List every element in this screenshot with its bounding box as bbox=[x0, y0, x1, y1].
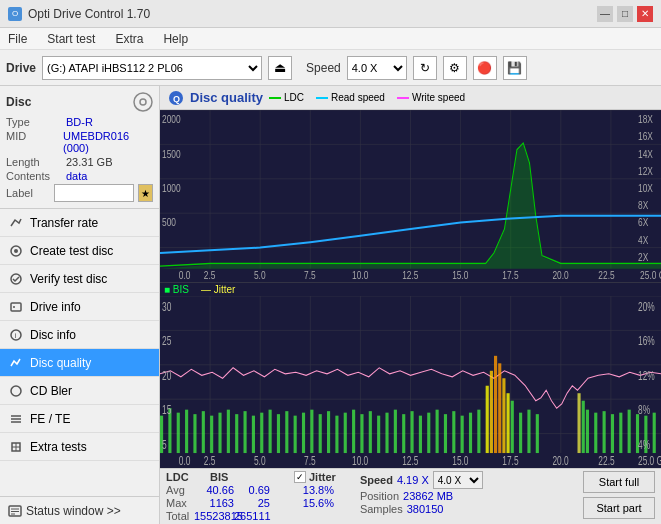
svg-text:18X: 18X bbox=[638, 113, 653, 125]
type-label: Type bbox=[6, 116, 62, 128]
content-area: Q Disc quality LDC Read speed Write spee… bbox=[160, 86, 661, 524]
svg-rect-130 bbox=[628, 410, 631, 453]
cd-bler-icon bbox=[8, 383, 24, 399]
svg-rect-96 bbox=[344, 413, 347, 453]
settings-button1[interactable]: ⚙ bbox=[443, 56, 467, 80]
toolbar: Drive (G:) ATAPI iHBS112 2 PL06 ⏏ Speed … bbox=[0, 50, 661, 86]
disc-label-row: Label ★ bbox=[6, 184, 153, 202]
top-chart: 2000 1500 1000 500 18X 16X 14X 12X 10X 8… bbox=[160, 110, 661, 282]
svg-text:8X: 8X bbox=[638, 199, 649, 211]
svg-rect-128 bbox=[611, 414, 614, 453]
svg-rect-125 bbox=[586, 410, 589, 453]
nav-item-verify-test-disc[interactable]: Verify test disc bbox=[0, 265, 159, 293]
mid-label: MID bbox=[6, 130, 59, 154]
svg-rect-117 bbox=[502, 378, 505, 453]
nav-item-disc-quality[interactable]: Disc quality bbox=[0, 349, 159, 377]
label-input[interactable] bbox=[54, 184, 134, 202]
status-window-label: Status window >> bbox=[26, 504, 121, 518]
svg-rect-5 bbox=[11, 303, 21, 311]
svg-rect-94 bbox=[327, 411, 330, 453]
start-full-button[interactable]: Start full bbox=[583, 471, 655, 493]
svg-text:12X: 12X bbox=[638, 165, 653, 177]
svg-text:5: 5 bbox=[162, 438, 167, 451]
svg-rect-80 bbox=[210, 416, 213, 453]
bottom-chart: 30 25 20 15 5 20% 16% 12% 8% 4% 0.0 2.5 … bbox=[160, 296, 661, 468]
jitter-header: Jitter bbox=[309, 471, 336, 483]
svg-text:25: 25 bbox=[162, 335, 171, 348]
svg-rect-106 bbox=[427, 413, 430, 453]
svg-text:1000: 1000 bbox=[162, 182, 181, 194]
max-ldc-value: 1163 bbox=[194, 497, 234, 509]
speed-select[interactable]: 4.0 X bbox=[347, 56, 407, 80]
nav-item-extra-tests[interactable]: Extra tests bbox=[0, 433, 159, 461]
extra-tests-icon bbox=[8, 439, 24, 455]
bottom-chart-legend: ■ BIS — Jitter bbox=[160, 282, 661, 296]
svg-rect-129 bbox=[619, 413, 622, 453]
speed-dropdown[interactable]: 4.0 X bbox=[433, 471, 483, 489]
menu-extra[interactable]: Extra bbox=[111, 30, 147, 48]
status-window[interactable]: Status window >> bbox=[0, 496, 159, 524]
svg-text:2X: 2X bbox=[638, 251, 649, 263]
svg-rect-124 bbox=[582, 401, 585, 453]
disc-panel-title: Disc bbox=[6, 95, 31, 109]
svg-rect-116 bbox=[498, 363, 501, 453]
svg-rect-114 bbox=[490, 371, 493, 453]
read-speed-legend-dot bbox=[316, 97, 328, 99]
minimize-button[interactable]: — bbox=[597, 6, 613, 22]
svg-text:2.5: 2.5 bbox=[204, 455, 216, 468]
stats-bar: LDC BIS Avg 40.66 0.69 Max 1163 25 Total… bbox=[160, 468, 661, 524]
sidebar: Disc Type BD-R MID UMEBDR016 (000) Lengt… bbox=[0, 86, 160, 524]
nav-item-disc-info[interactable]: i Disc info bbox=[0, 321, 159, 349]
maximize-button[interactable]: □ bbox=[617, 6, 633, 22]
nav-item-transfer-rate[interactable]: Transfer rate bbox=[0, 209, 159, 237]
refresh-button[interactable]: ↻ bbox=[413, 56, 437, 80]
titlebar: O Opti Drive Control 1.70 — □ ✕ bbox=[0, 0, 661, 28]
jitter-checkbox[interactable]: ✓ bbox=[294, 471, 306, 483]
eject-button[interactable]: ⏏ bbox=[268, 56, 292, 80]
bis-legend-label: ■ BIS bbox=[164, 284, 189, 295]
read-speed-legend-label: Read speed bbox=[331, 92, 385, 103]
save-button[interactable]: 💾 bbox=[503, 56, 527, 80]
ldc-legend-label: LDC bbox=[284, 92, 304, 103]
contents-value: data bbox=[66, 170, 87, 182]
menu-start-test[interactable]: Start test bbox=[43, 30, 99, 48]
nav-item-create-test-disc[interactable]: Create test disc bbox=[0, 237, 159, 265]
svg-rect-78 bbox=[193, 414, 196, 453]
avg-bis-value: 0.69 bbox=[234, 484, 270, 496]
menu-file[interactable]: File bbox=[4, 30, 31, 48]
svg-rect-76 bbox=[177, 413, 180, 453]
nav-item-label-extra-tests: Extra tests bbox=[30, 440, 87, 454]
bottom-chart-svg: 30 25 20 15 5 20% 16% 12% 8% 4% 0.0 2.5 … bbox=[160, 296, 661, 468]
nav-item-label-cd-bler: CD Bler bbox=[30, 384, 72, 398]
svg-rect-93 bbox=[319, 414, 322, 453]
nav-item-label-transfer-rate: Transfer rate bbox=[30, 216, 98, 230]
svg-text:Q: Q bbox=[173, 94, 180, 104]
close-button[interactable]: ✕ bbox=[637, 6, 653, 22]
nav-item-drive-info[interactable]: Drive info bbox=[0, 293, 159, 321]
drive-select[interactable]: (G:) ATAPI iHBS112 2 PL06 bbox=[42, 56, 262, 80]
start-part-button[interactable]: Start part bbox=[583, 497, 655, 519]
svg-text:5.0: 5.0 bbox=[254, 269, 266, 281]
nav-item-cd-bler[interactable]: CD Bler bbox=[0, 377, 159, 405]
nav-item-fe-te[interactable]: FE / TE bbox=[0, 405, 159, 433]
settings-button2[interactable]: 🔴 bbox=[473, 56, 497, 80]
svg-text:17.5: 17.5 bbox=[502, 269, 518, 281]
svg-text:14X: 14X bbox=[638, 148, 653, 160]
top-chart-svg: 2000 1500 1000 500 18X 16X 14X 12X 10X 8… bbox=[160, 110, 661, 282]
svg-rect-89 bbox=[285, 411, 288, 453]
svg-rect-82 bbox=[227, 410, 230, 453]
disc-info-icon: i bbox=[8, 327, 24, 343]
svg-text:i: i bbox=[15, 331, 17, 340]
svg-rect-109 bbox=[452, 411, 455, 453]
disc-panel: Disc Type BD-R MID UMEBDR016 (000) Lengt… bbox=[0, 86, 159, 209]
svg-rect-81 bbox=[218, 413, 221, 453]
chart-legend: LDC Read speed Write speed bbox=[269, 92, 465, 103]
svg-text:20.0: 20.0 bbox=[552, 455, 568, 468]
svg-rect-111 bbox=[469, 413, 472, 453]
menu-help[interactable]: Help bbox=[159, 30, 192, 48]
svg-rect-77 bbox=[185, 410, 188, 453]
label-button[interactable]: ★ bbox=[138, 184, 153, 202]
nav-item-label-fe-te: FE / TE bbox=[30, 412, 70, 426]
type-value: BD-R bbox=[66, 116, 93, 128]
svg-rect-84 bbox=[244, 411, 247, 453]
